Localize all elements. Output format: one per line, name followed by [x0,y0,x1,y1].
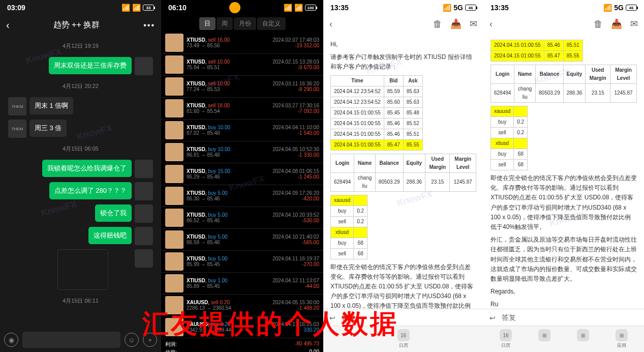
bubble[interactable]: 锁仓了我 [95,204,132,222]
bubble[interactable]: 点差怎么调了 280？？？ [49,182,132,199]
trade-row[interactable]: XTIUSD, sell 10.002024.02.15 13:28:0375.… [161,54,323,76]
tab-custom[interactable]: 自定义 [257,17,286,30]
trade-row[interactable]: XTIUSD, sell 16.002024.02.07 17:48:0373.… [161,32,323,54]
avatar[interactable] [135,57,153,75]
wechat-panel: 03:09 📶 📶 33 ‹ 趋势 ++ 换群 ••• 4月12日 19:19 … [0,0,161,352]
msg-out: 锁仓了我 [5,204,156,223]
mic-icon[interactable] [229,2,240,13]
status-right: 📶 5G 46 [603,4,637,12]
toolbar: ‹ 🗑 📥 ✉ [323,15,483,33]
greeting: Hi, [330,40,476,49]
avatar[interactable] [135,249,153,268]
trading-panel: 06:10 📶 📶 100 日 周 月份 自定义 XTIUSD, sell 16… [161,0,323,352]
trade-row[interactable]: XTIUSD, buy 10.002024.04.04 11:10:0087.0… [161,120,323,141]
bubble[interactable]: 周末 1 倍啊 [29,97,73,114]
mail-icon[interactable]: ✉ [470,18,477,30]
quotes-top-table: 2024.04.15 01:00:5585.4685.512024.04.15 … [490,40,583,62]
reply-bar[interactable]: ↩ 答复 [483,309,644,327]
bubble[interactable]: 这得赔钱吧 [88,227,132,244]
status-right: 📶 📶 100 [284,4,316,12]
image-thumb[interactable] [57,249,108,290]
bubble[interactable]: 我锁着呢怎么给我调爆仓了 [42,160,132,177]
avatar[interactable]: THEM [8,97,26,115]
status-bar: 13:35 📶 5G 46 [323,0,483,15]
trade-row[interactable]: XTIUSD, buy 5.002024.04.11 16:19:3785.99… [161,251,323,273]
text-input[interactable] [22,332,120,348]
trash-icon[interactable]: 🗑 [433,19,442,30]
input-bar: ◉ ☺ + [0,328,161,352]
trade-row[interactable]: XTIUSD, buy 5.002024.04.09 17:26:2086.30… [161,185,323,207]
avatar[interactable] [135,204,153,223]
timestamp: 4月15日 06:05 [5,145,156,153]
grid-icon: ⊞ [577,329,589,341]
avatar[interactable] [135,182,153,200]
nav-calendar[interactable]: 16日历 [397,329,410,349]
battery-icon: 46 [626,5,637,11]
bottom-bar: 16日历 ⊞ ⊞ ⊞应用 [483,326,644,352]
overlay-text: 汇友提供的个人数据 [142,306,398,342]
msg-out: 周末双倍还是三倍库存费 [5,57,156,75]
avatar[interactable] [135,227,153,245]
nav-btn[interactable]: ⊞ [577,329,589,349]
more-icon[interactable]: ••• [143,21,155,30]
chat-title: 趋势 ++ 换群 [53,20,100,31]
tab-month[interactable]: 月份 [234,17,256,30]
battery-icon: 33 [143,5,154,11]
trade-avatar [165,77,183,96]
trade-avatar [165,143,183,161]
trade-row[interactable]: XTIUSD, sell 18.002024.03.27 17:30:1681.… [161,98,323,120]
bubble[interactable]: 周三 3 倍 [29,120,67,137]
trade-avatar [165,121,183,139]
trade-row[interactable]: XTIUSD, buy 15.002024.04.08 01:06:1586.2… [161,163,323,185]
calendar-icon: 16 [500,329,512,341]
back-icon[interactable]: ‹ [329,19,332,30]
email-content: 2024.04.15 01:00:5585.4685.512024.04.15 … [483,33,644,316]
signature: Ru [490,300,637,309]
clock: 13:35 [490,4,509,12]
avatar[interactable] [135,160,153,178]
trade-row[interactable]: XTIUSD, buy 5.002024.04.10 20:33:5286.52… [161,207,323,229]
credit-label: 信用: [165,349,177,352]
calendar-icon: 16 [397,329,410,341]
account-table: LoginNameBalanceEquityUsed MarginMargin … [490,65,637,103]
explanation-2: 外汇，贵金属以及原油等交易市场每日开盘时流动性往往都很匮乏，因为当时只有位于新西… [490,235,637,284]
trade-row[interactable]: XTIUSD, buy 10.002024.04.05 10:52:3086.8… [161,141,323,163]
status-right: 📶 5G 46 [443,4,476,12]
trade-row[interactable]: XTIUSD, buy 1.002024.04.12 11:13:0785.89… [161,273,323,295]
profit-value: -80 495.73 [295,341,319,348]
wifi-icon: 📶 [132,4,141,12]
voice-icon[interactable]: ◉ [4,333,18,347]
trade-avatar [165,274,183,292]
msg-in: THEM周末 1 倍啊 [5,97,156,115]
nav-calendar[interactable]: 16日历 [500,329,512,349]
trade-avatar [165,252,183,271]
signal-icon: 📶 [603,4,612,12]
nav-btn[interactable]: ⊞ [538,329,550,349]
trade-row[interactable]: XTIUSD, buy 5.002024.04.10 21:40:0286.59… [161,229,323,251]
chat-body: 4月12日 19:19 周末双倍还是三倍库存费 4月12日 20:22 THEM… [0,42,161,305]
chat-header: ‹ 趋势 ++ 换群 ••• [0,15,161,35]
reply-label: 答复 [502,313,516,322]
toolbar: ‹ 🗑 📥 ✉ [483,15,644,33]
emoji-icon[interactable]: ☺ [125,333,139,347]
network: 5G [614,4,624,12]
tab-week[interactable]: 周 [217,17,233,30]
avatar[interactable]: THEM [8,120,26,138]
nav-apps[interactable]: ⊞应用 [616,329,628,349]
trade-row[interactable]: XTIUSD, sell 10.002024.03.11 16:36:2077.… [161,76,323,98]
archive-icon[interactable]: 📥 [611,18,622,30]
trash-icon[interactable]: 🗑 [594,19,603,30]
archive-icon[interactable]: 📥 [450,18,462,30]
tab-day[interactable]: 日 [199,17,216,30]
back-icon[interactable]: ‹ [489,19,493,30]
bubble[interactable]: 周末双倍还是三倍库存费 [49,57,132,74]
signal-icon: 📶 [284,4,292,12]
msg-in: THEM周三 3 倍 [5,120,156,138]
trade-avatar [165,187,183,205]
trade-list[interactable]: XTIUSD, sell 16.002024.02.07 17:48:0373.… [161,32,323,338]
mail-icon[interactable]: ✉ [630,18,638,30]
back-icon[interactable]: ‹ [6,19,10,31]
msg-out: 这得赔钱吧 [5,227,156,245]
reply-icon[interactable]: ↩ [489,314,496,322]
msg-out: 我锁着呢怎么给我调爆仓了 [5,160,156,178]
